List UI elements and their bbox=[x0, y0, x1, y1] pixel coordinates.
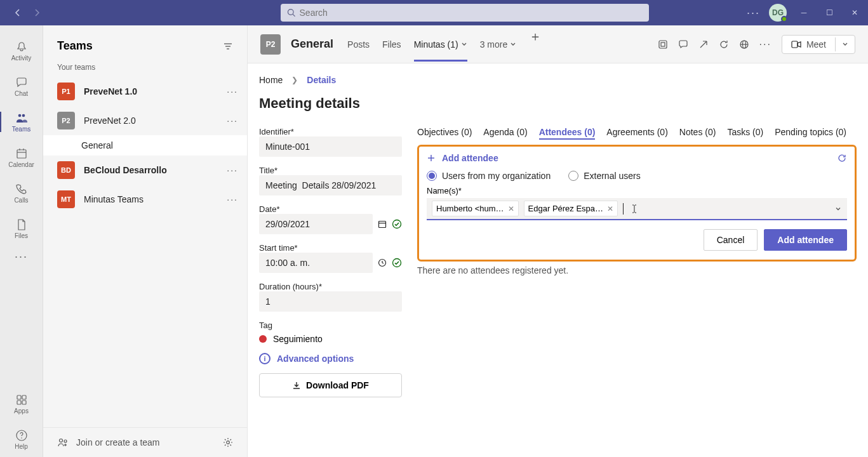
nav-forward-button[interactable] bbox=[28, 4, 46, 22]
date-field[interactable] bbox=[259, 214, 373, 234]
svg-rect-9 bbox=[22, 395, 26, 399]
chip-remove-button[interactable]: ✕ bbox=[607, 204, 613, 213]
rail-label: Activity bbox=[11, 55, 32, 62]
plus-icon bbox=[427, 154, 436, 162]
chip-remove-button[interactable]: ✕ bbox=[508, 204, 514, 213]
breadcrumb-details[interactable]: Details bbox=[307, 75, 336, 85]
rail-label: Chat bbox=[15, 90, 28, 97]
radio-org-users[interactable]: Users from my organization bbox=[427, 171, 551, 181]
check-icon bbox=[392, 258, 402, 268]
people-chip: Edgar Pérez Espa… ✕ bbox=[524, 201, 618, 216]
window-close-button[interactable]: ✕ bbox=[846, 8, 863, 17]
team-more-button[interactable]: ··· bbox=[227, 165, 238, 175]
meet-caret[interactable] bbox=[835, 37, 855, 51]
page-title: Meeting details bbox=[259, 95, 857, 112]
globe-icon[interactable] bbox=[739, 39, 749, 50]
detail-tab-attendees[interactable]: Attendees (0) bbox=[539, 127, 596, 140]
add-tab-button[interactable]: ＋ bbox=[529, 28, 542, 61]
team-prevenet2[interactable]: P2 PreveNet 2.0 ··· bbox=[43, 106, 247, 135]
date-label: Date* bbox=[259, 204, 402, 214]
team-label: BeCloud Desarrollo bbox=[84, 165, 218, 175]
people-icon bbox=[15, 112, 28, 124]
people-chip: Humberto <hum… ✕ bbox=[432, 201, 519, 216]
names-label: Name(s)* bbox=[427, 186, 847, 195]
cancel-button[interactable]: Cancel bbox=[704, 229, 758, 251]
window-minimize-button[interactable]: ─ bbox=[796, 8, 812, 17]
detail-tab-tasks[interactable]: Tasks (0) bbox=[727, 127, 763, 140]
title-field[interactable] bbox=[259, 175, 402, 195]
team-minutas[interactable]: MT Minutas Teams ··· bbox=[43, 185, 247, 214]
picker-dropdown-button[interactable] bbox=[834, 205, 842, 213]
tab-minutas[interactable]: Minutas (1) bbox=[414, 28, 467, 61]
help-icon bbox=[15, 429, 28, 442]
rail-help[interactable]: Help bbox=[0, 421, 43, 457]
join-create-icon bbox=[57, 437, 69, 448]
add-attendee-button[interactable]: Add attendee bbox=[764, 229, 847, 251]
svg-point-17 bbox=[60, 439, 63, 442]
team-prevenet1[interactable]: P1 PreveNet 1.0 ··· bbox=[43, 77, 247, 106]
rail-label: Files bbox=[15, 232, 28, 239]
advanced-options-link[interactable]: i Advanced options bbox=[259, 353, 402, 364]
conversation-icon[interactable] bbox=[678, 39, 688, 50]
tab-files[interactable]: Files bbox=[382, 28, 401, 61]
meet-label: Meet bbox=[806, 39, 826, 50]
clock-icon[interactable] bbox=[378, 258, 387, 267]
rail-calendar[interactable]: Calendar bbox=[0, 140, 43, 175]
rail-more-button[interactable]: ··· bbox=[15, 250, 28, 263]
detail-tab-agenda[interactable]: Agenda (0) bbox=[483, 127, 527, 140]
tab-posts[interactable]: Posts bbox=[347, 28, 370, 61]
team-avatar: BD bbox=[57, 161, 75, 179]
app-icon[interactable] bbox=[658, 39, 668, 50]
user-avatar[interactable]: DG bbox=[769, 4, 787, 22]
titlebar-more-button[interactable]: ··· bbox=[747, 6, 760, 20]
channel-general[interactable]: General bbox=[43, 135, 247, 156]
radio-external-users[interactable]: External users bbox=[568, 171, 640, 181]
identifier-field[interactable] bbox=[259, 136, 402, 157]
channel-more-button[interactable]: ··· bbox=[759, 39, 771, 50]
channel-title: General bbox=[291, 37, 333, 51]
detail-tab-objectives[interactable]: Objectives (0) bbox=[417, 127, 472, 140]
search-icon bbox=[287, 8, 296, 17]
rail-apps[interactable]: Apps bbox=[0, 386, 43, 421]
calendar-picker-icon[interactable] bbox=[378, 220, 387, 228]
channel-avatar: P2 bbox=[260, 34, 281, 55]
add-attendee-link[interactable]: Add attendee bbox=[427, 153, 837, 163]
breadcrumb-home[interactable]: Home bbox=[259, 75, 283, 85]
team-avatar: P2 bbox=[57, 112, 75, 129]
svg-point-13 bbox=[21, 437, 22, 439]
nav-back-button[interactable] bbox=[9, 4, 27, 22]
names-people-picker[interactable]: Humberto <hum… ✕ Edgar Pérez Espa… ✕ bbox=[427, 198, 847, 220]
title-bar: ··· DG ─ ☐ ✕ bbox=[0, 0, 868, 25]
detail-tab-agreements[interactable]: Agreements (0) bbox=[606, 127, 667, 140]
tab-minutas-label: Minutas (1) bbox=[414, 39, 458, 50]
team-becloud[interactable]: BD BeCloud Desarrollo ··· bbox=[43, 156, 247, 185]
detail-tab-pending[interactable]: Pending topics (0) bbox=[775, 127, 846, 140]
filter-button[interactable] bbox=[223, 41, 233, 51]
rail-activity[interactable]: Activity bbox=[0, 33, 43, 69]
rail-chat[interactable]: Chat bbox=[0, 69, 43, 104]
rail-calls[interactable]: Calls bbox=[0, 175, 43, 211]
rail-teams[interactable]: Teams bbox=[0, 104, 43, 140]
tag-value: Seguimiento bbox=[273, 334, 323, 344]
team-more-button[interactable]: ··· bbox=[227, 194, 238, 204]
duration-field[interactable] bbox=[259, 291, 402, 312]
join-create-link[interactable]: Join or create a team bbox=[76, 437, 160, 447]
popout-icon[interactable] bbox=[698, 39, 709, 50]
detail-tab-notes[interactable]: Notes (0) bbox=[679, 127, 716, 140]
meet-button[interactable]: Meet bbox=[782, 35, 855, 54]
global-search[interactable] bbox=[281, 4, 649, 22]
rail-files[interactable]: Files bbox=[0, 211, 43, 246]
team-more-button[interactable]: ··· bbox=[227, 86, 238, 96]
svg-point-2 bbox=[18, 114, 21, 117]
refresh-button[interactable] bbox=[837, 153, 847, 163]
team-more-button[interactable]: ··· bbox=[227, 116, 238, 126]
window-maximize-button[interactable]: ☐ bbox=[821, 8, 838, 17]
search-input[interactable] bbox=[300, 8, 643, 18]
settings-button[interactable] bbox=[223, 437, 233, 447]
bell-icon bbox=[15, 41, 28, 53]
chip-label: Humberto <hum… bbox=[436, 204, 504, 213]
reload-icon[interactable] bbox=[719, 39, 729, 50]
tab-more[interactable]: 3 more bbox=[480, 28, 517, 61]
download-pdf-button[interactable]: Download PDF bbox=[259, 373, 402, 397]
start-time-field[interactable] bbox=[259, 253, 373, 273]
